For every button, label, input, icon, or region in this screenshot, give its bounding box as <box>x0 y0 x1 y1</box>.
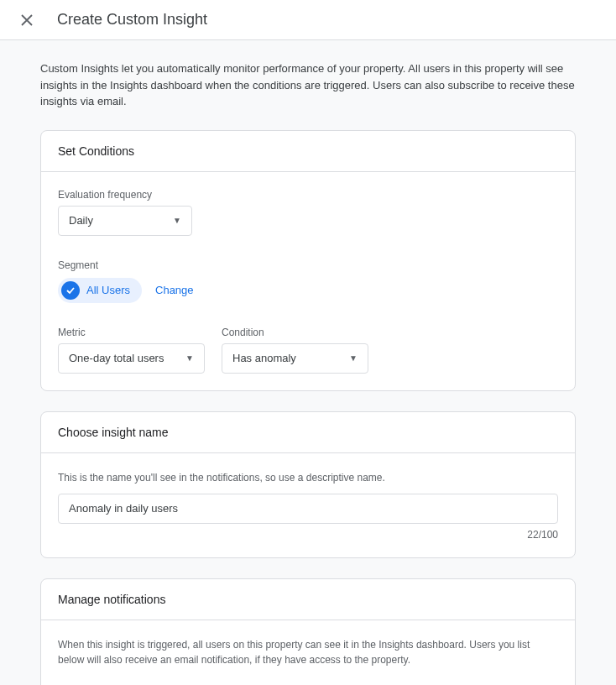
condition-select[interactable]: Has anomaly ▼ <box>222 343 368 374</box>
segment-chip-label: All Users <box>86 284 130 296</box>
segment-label: Segment <box>58 259 558 271</box>
check-icon <box>61 281 80 300</box>
conditions-card-title: Set Conditions <box>41 131 575 172</box>
frequency-select[interactable]: Daily ▼ <box>58 206 192 236</box>
condition-value: Has anomaly <box>232 352 296 364</box>
close-icon <box>21 14 33 26</box>
condition-label: Condition <box>222 327 368 338</box>
notify-helper: When this insight is triggered, all user… <box>58 637 558 667</box>
name-helper: This is the name you'll see in the notif… <box>58 470 558 485</box>
caret-down-icon: ▼ <box>173 216 181 225</box>
caret-down-icon: ▼ <box>185 353 194 363</box>
change-segment-link[interactable]: Change <box>155 284 194 296</box>
name-card-title: Choose insight name <box>41 412 575 453</box>
frequency-label: Evaluation frequency <box>58 189 558 201</box>
name-counter: 22/100 <box>58 529 558 541</box>
frequency-value: Daily <box>69 214 93 227</box>
notify-card: Manage notifications When this insight i… <box>40 578 576 686</box>
name-card: Choose insight name This is the name you… <box>40 411 576 558</box>
insight-name-input[interactable] <box>58 494 558 524</box>
dialog-title: Create Custom Insight <box>57 11 207 29</box>
metric-label: Metric <box>58 327 205 338</box>
page-body: Custom Insights let you automatically mo… <box>0 40 616 685</box>
close-button[interactable] <box>17 10 37 30</box>
dialog-header: Create Custom Insight <box>0 0 616 40</box>
conditions-card: Set Conditions Evaluation frequency Dail… <box>40 130 576 391</box>
notify-card-title: Manage notifications <box>41 579 575 620</box>
metric-value: One-day total users <box>69 352 164 364</box>
metric-select[interactable]: One-day total users ▼ <box>58 343 205 374</box>
segment-chip[interactable]: All Users <box>58 278 142 303</box>
caret-down-icon: ▼ <box>349 353 358 363</box>
intro-text: Custom Insights let you automatically mo… <box>0 60 616 130</box>
